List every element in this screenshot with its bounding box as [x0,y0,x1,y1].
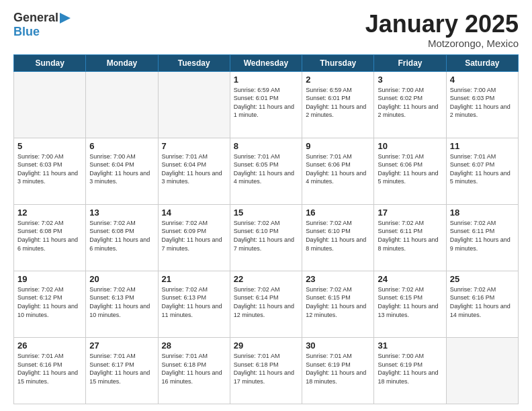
day-header-monday: Monday [86,54,158,71]
calendar-cell: 28Sunrise: 7:01 AMSunset: 6:18 PMDayligh… [158,337,230,404]
day-number: 24 [378,274,442,284]
day-number: 1 [234,75,298,85]
header: General Blue January 2025 Motzorongo, Me… [13,11,519,49]
day-header-friday: Friday [374,54,446,71]
logo-general-text: General [13,11,58,25]
calendar-cell: 14Sunrise: 7:02 AMSunset: 6:09 PMDayligh… [158,204,230,271]
day-info: Sunrise: 7:01 AMSunset: 6:06 PMDaylight:… [306,152,370,186]
calendar-cell: 24Sunrise: 7:02 AMSunset: 6:15 PMDayligh… [374,271,446,337]
day-info: Sunrise: 7:02 AMSunset: 6:12 PMDaylight:… [17,285,82,319]
calendar-cell: 25Sunrise: 7:02 AMSunset: 6:16 PMDayligh… [446,271,518,337]
day-info: Sunrise: 7:02 AMSunset: 6:10 PMDaylight:… [306,219,370,253]
day-info: Sunrise: 7:02 AMSunset: 6:15 PMDaylight:… [378,285,442,319]
calendar-cell: 1Sunrise: 6:59 AMSunset: 6:01 PMDaylight… [230,71,302,138]
day-info: Sunrise: 7:01 AMSunset: 6:07 PMDaylight:… [450,152,515,186]
calendar-cell: 18Sunrise: 7:02 AMSunset: 6:11 PMDayligh… [446,204,518,271]
day-number: 7 [162,141,226,151]
day-header-wednesday: Wednesday [230,54,302,71]
calendar-cell: 3Sunrise: 7:00 AMSunset: 6:02 PMDaylight… [374,71,446,138]
day-number: 30 [306,340,370,351]
calendar-table: SundayMondayTuesdayWednesdayThursdayFrid… [13,54,519,404]
calendar-cell: 11Sunrise: 7:01 AMSunset: 6:07 PMDayligh… [446,138,518,204]
day-number: 8 [234,141,298,151]
calendar-cell: 16Sunrise: 7:02 AMSunset: 6:10 PMDayligh… [302,204,374,271]
day-number: 21 [162,274,226,284]
day-number: 23 [306,274,370,284]
day-header-sunday: Sunday [14,54,86,71]
day-info: Sunrise: 7:01 AMSunset: 6:18 PMDaylight:… [234,352,298,385]
day-number: 4 [450,75,515,85]
calendar-cell: 29Sunrise: 7:01 AMSunset: 6:18 PMDayligh… [230,337,302,404]
day-info: Sunrise: 7:00 AMSunset: 6:02 PMDaylight:… [378,86,442,120]
logo-arrow-icon [60,13,71,24]
day-number: 29 [234,340,298,351]
day-number: 25 [450,274,515,284]
day-header-thursday: Thursday [302,54,374,71]
day-number: 14 [162,208,226,218]
calendar-cell: 30Sunrise: 7:01 AMSunset: 6:19 PMDayligh… [302,337,374,404]
calendar-cell: 31Sunrise: 7:00 AMSunset: 6:19 PMDayligh… [374,337,446,404]
day-number: 31 [378,340,442,351]
day-number: 13 [89,208,154,218]
calendar-cell: 27Sunrise: 7:01 AMSunset: 6:17 PMDayligh… [86,337,158,404]
logo-blue-text: Blue [13,25,40,39]
title-block: January 2025 Motzorongo, Mexico [365,11,519,49]
day-number: 20 [89,274,154,284]
svg-marker-0 [60,13,71,24]
day-info: Sunrise: 7:01 AMSunset: 6:04 PMDaylight:… [162,152,226,186]
day-info: Sunrise: 7:02 AMSunset: 6:11 PMDaylight:… [378,219,442,253]
day-number: 2 [306,75,370,85]
calendar-cell [446,337,518,404]
day-info: Sunrise: 7:01 AMSunset: 6:19 PMDaylight:… [306,352,370,385]
week-row-2: 5Sunrise: 7:00 AMSunset: 6:03 PMDaylight… [14,138,519,204]
calendar-cell: 22Sunrise: 7:02 AMSunset: 6:14 PMDayligh… [230,271,302,337]
day-number: 5 [17,141,82,151]
day-header-saturday: Saturday [446,54,518,71]
day-info: Sunrise: 7:02 AMSunset: 6:08 PMDaylight:… [89,219,154,253]
location: Motzorongo, Mexico [365,38,519,49]
day-info: Sunrise: 6:59 AMSunset: 6:01 PMDaylight:… [306,86,370,120]
day-number: 26 [17,340,82,351]
day-info: Sunrise: 7:02 AMSunset: 6:15 PMDaylight:… [306,285,370,319]
calendar-cell: 13Sunrise: 7:02 AMSunset: 6:08 PMDayligh… [86,204,158,271]
calendar-cell: 5Sunrise: 7:00 AMSunset: 6:03 PMDaylight… [14,138,86,204]
day-number: 10 [378,141,442,151]
day-number: 22 [234,274,298,284]
calendar-cell: 12Sunrise: 7:02 AMSunset: 6:08 PMDayligh… [14,204,86,271]
day-info: Sunrise: 7:02 AMSunset: 6:16 PMDaylight:… [450,285,515,319]
calendar-cell: 19Sunrise: 7:02 AMSunset: 6:12 PMDayligh… [14,271,86,337]
day-info: Sunrise: 7:00 AMSunset: 6:03 PMDaylight:… [17,152,82,186]
day-number: 12 [17,208,82,218]
calendar-cell: 21Sunrise: 7:02 AMSunset: 6:13 PMDayligh… [158,271,230,337]
day-number: 19 [17,274,82,284]
day-number: 28 [162,340,226,351]
calendar-cell: 23Sunrise: 7:02 AMSunset: 6:15 PMDayligh… [302,271,374,337]
day-info: Sunrise: 7:01 AMSunset: 6:18 PMDaylight:… [162,352,226,385]
day-info: Sunrise: 7:01 AMSunset: 6:05 PMDaylight:… [234,152,298,186]
day-info: Sunrise: 7:01 AMSunset: 6:17 PMDaylight:… [89,352,154,385]
calendar-cell: 20Sunrise: 7:02 AMSunset: 6:13 PMDayligh… [86,271,158,337]
calendar-cell: 9Sunrise: 7:01 AMSunset: 6:06 PMDaylight… [302,138,374,204]
week-row-4: 19Sunrise: 7:02 AMSunset: 6:12 PMDayligh… [14,271,519,337]
day-info: Sunrise: 7:02 AMSunset: 6:13 PMDaylight:… [162,285,226,319]
logo: General Blue [13,11,71,39]
day-number: 6 [89,141,154,151]
day-header-tuesday: Tuesday [158,54,230,71]
day-info: Sunrise: 7:02 AMSunset: 6:10 PMDaylight:… [234,219,298,253]
calendar-cell: 15Sunrise: 7:02 AMSunset: 6:10 PMDayligh… [230,204,302,271]
logo-top: General [13,11,71,25]
day-info: Sunrise: 7:01 AMSunset: 6:06 PMDaylight:… [378,152,442,186]
calendar-cell: 17Sunrise: 7:02 AMSunset: 6:11 PMDayligh… [374,204,446,271]
day-number: 3 [378,75,442,85]
day-info: Sunrise: 7:02 AMSunset: 6:11 PMDaylight:… [450,219,515,253]
day-info: Sunrise: 7:02 AMSunset: 6:08 PMDaylight:… [17,219,82,253]
week-row-5: 26Sunrise: 7:01 AMSunset: 6:16 PMDayligh… [14,337,519,404]
day-info: Sunrise: 7:02 AMSunset: 6:13 PMDaylight:… [89,285,154,319]
calendar-header-row: SundayMondayTuesdayWednesdayThursdayFrid… [14,54,519,71]
day-number: 15 [234,208,298,218]
calendar-cell: 10Sunrise: 7:01 AMSunset: 6:06 PMDayligh… [374,138,446,204]
day-number: 11 [450,141,515,151]
day-number: 17 [378,208,442,218]
calendar-cell: 8Sunrise: 7:01 AMSunset: 6:05 PMDaylight… [230,138,302,204]
day-number: 16 [306,208,370,218]
